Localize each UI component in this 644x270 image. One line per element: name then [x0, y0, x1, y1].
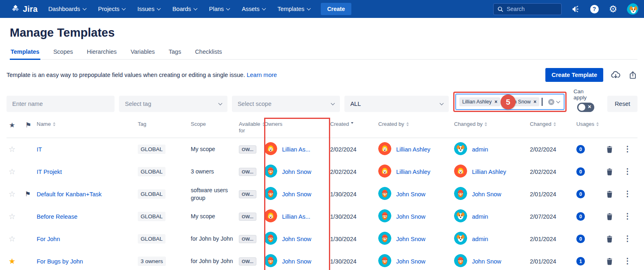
usages-badge[interactable]: 0 — [576, 212, 585, 221]
template-name-link[interactable]: Default for Kanban+Task — [37, 191, 138, 198]
template-name-link[interactable]: Before Release — [37, 213, 138, 220]
user-avatar[interactable] — [627, 3, 638, 15]
column-header-name[interactable]: Name — [37, 121, 138, 127]
owner-link[interactable]: John Snow — [282, 169, 311, 175]
favorite-star-icon[interactable]: ☆ — [7, 234, 23, 244]
remove-chip-icon[interactable]: × — [534, 99, 536, 105]
owner-link[interactable]: John Snow — [282, 258, 311, 265]
changed-by-link[interactable]: Lillian Ashley — [472, 169, 506, 175]
nav-item-dashboards[interactable]: Dashboards — [48, 6, 86, 12]
delete-trash-icon[interactable] — [606, 213, 624, 220]
nav-item-plans[interactable]: Plans — [209, 6, 229, 12]
tab-tags[interactable]: Tags — [168, 46, 182, 60]
available-for-badge[interactable]: OW... — [239, 190, 256, 198]
changed-by-link[interactable]: John Snow — [472, 191, 501, 198]
changed-by-link[interactable]: admin — [472, 146, 488, 153]
column-header-created-by[interactable]: Created by — [378, 121, 454, 127]
created-by-link[interactable]: John Snow — [396, 258, 426, 265]
remove-chip-icon[interactable]: × — [494, 99, 497, 105]
template-name-link[interactable]: IT Projekt — [37, 169, 138, 175]
flag-header-icon[interactable]: ⚑ — [23, 121, 37, 130]
available-for-badge[interactable]: OW... — [239, 235, 256, 243]
usages-badge[interactable]: 0 — [576, 145, 585, 154]
changed-by-link[interactable]: admin — [472, 213, 488, 220]
available-for-badge[interactable]: OW... — [239, 213, 256, 221]
reset-button[interactable]: Reset — [607, 96, 637, 112]
export-share-icon[interactable] — [628, 70, 637, 80]
chevron-down-icon[interactable] — [556, 99, 560, 103]
template-name-link[interactable]: For Bugs by John — [37, 258, 138, 265]
delete-trash-icon[interactable] — [606, 145, 624, 153]
nav-item-templates[interactable]: Templates — [278, 6, 310, 12]
usages-badge[interactable]: 0 — [576, 235, 585, 243]
tab-variables[interactable]: Variables — [130, 46, 155, 60]
owner-link[interactable]: John Snow — [282, 236, 311, 242]
available-for-badge[interactable]: OW... — [239, 145, 256, 154]
created-by-link[interactable]: Lillian Ashley — [396, 169, 430, 175]
created-by-link[interactable]: John Snow — [396, 191, 426, 198]
tab-scopes[interactable]: Scopes — [53, 46, 74, 60]
changed-by-link[interactable]: admin — [472, 236, 488, 242]
column-header-changed-by[interactable]: Changed by — [454, 121, 530, 127]
sort-icon[interactable] — [53, 122, 55, 127]
announcements-icon[interactable] — [571, 4, 580, 14]
delete-trash-icon[interactable] — [606, 235, 624, 243]
template-name-link[interactable]: For John — [37, 236, 138, 242]
more-actions-kebab-icon[interactable]: ⋮ — [624, 192, 637, 196]
tab-templates[interactable]: Templates — [10, 46, 40, 60]
jira-logo[interactable]: Jira — [11, 4, 37, 14]
sort-icon[interactable] — [406, 122, 409, 127]
filter-tag-select[interactable]: Select tag — [119, 96, 227, 112]
column-header-changed[interactable]: Changed — [530, 121, 576, 127]
create-button[interactable]: Create — [321, 3, 352, 15]
available-for-badge[interactable]: OW... — [239, 168, 256, 176]
template-name-link[interactable]: IT — [37, 146, 138, 153]
import-cloud-icon[interactable] — [611, 70, 621, 80]
nav-item-projects[interactable]: Projects — [98, 6, 125, 12]
filter-name-input[interactable] — [7, 96, 115, 112]
usages-badge[interactable]: 0 — [576, 190, 585, 198]
available-for-badge[interactable]: OW... — [239, 257, 256, 266]
favorite-star-icon[interactable]: ★ — [7, 257, 23, 266]
search-input[interactable] — [507, 6, 551, 12]
can-apply-toggle[interactable]: ✕ — [577, 103, 594, 112]
column-header-usages[interactable]: Usages — [576, 121, 606, 127]
created-by-link[interactable]: John Snow — [396, 236, 426, 242]
sort-icon[interactable] — [554, 122, 556, 127]
created-by-link[interactable]: John Snow — [396, 213, 426, 220]
nav-item-issues[interactable]: Issues — [137, 6, 160, 12]
help-icon[interactable]: ? — [589, 4, 599, 14]
more-actions-kebab-icon[interactable]: ⋮ — [624, 214, 637, 218]
created-by-link[interactable]: Lillian Ashley — [396, 146, 430, 153]
flag-icon[interactable]: ⚑ — [23, 190, 37, 198]
more-actions-kebab-icon[interactable]: ⋮ — [624, 237, 637, 241]
changed-by-link[interactable]: John Snow — [472, 258, 501, 265]
more-actions-kebab-icon[interactable]: ⋮ — [624, 259, 637, 263]
column-header-available-for[interactable]: Available for — [239, 121, 264, 134]
delete-trash-icon[interactable] — [606, 190, 624, 198]
settings-gear-icon[interactable]: ⚙︎ — [608, 4, 618, 14]
delete-trash-icon[interactable] — [606, 257, 624, 265]
clear-owners-icon[interactable]: ✕ — [548, 99, 554, 105]
tab-checklists[interactable]: Checklists — [194, 46, 223, 60]
owner-chip[interactable]: Lillian Ashley× — [459, 97, 500, 106]
nav-item-assets[interactable]: Assets — [242, 6, 265, 12]
create-template-button[interactable]: Create Template — [545, 68, 603, 82]
star-header-icon[interactable]: ★ — [7, 121, 23, 130]
delete-trash-icon[interactable] — [606, 168, 624, 176]
usages-badge[interactable]: 1 — [576, 257, 585, 266]
owner-link[interactable]: Lillian As... — [282, 146, 310, 153]
more-actions-kebab-icon[interactable]: ⋮ — [624, 169, 637, 173]
sort-icon[interactable] — [485, 122, 487, 127]
favorite-star-icon[interactable]: ☆ — [7, 145, 23, 154]
search-box[interactable] — [493, 3, 562, 15]
sort-desc-icon[interactable] — [351, 122, 353, 127]
tab-hierarchies[interactable]: Hierarchies — [86, 46, 117, 60]
learn-more-link[interactable]: Learn more — [247, 72, 277, 78]
usages-badge[interactable]: 0 — [576, 167, 585, 176]
filter-type-select[interactable]: ALL — [344, 96, 449, 112]
sort-icon[interactable] — [596, 122, 599, 127]
favorite-star-icon[interactable]: ☆ — [7, 167, 23, 176]
favorite-star-icon[interactable]: ☆ — [7, 212, 23, 221]
favorite-star-icon[interactable]: ☆ — [7, 189, 23, 199]
